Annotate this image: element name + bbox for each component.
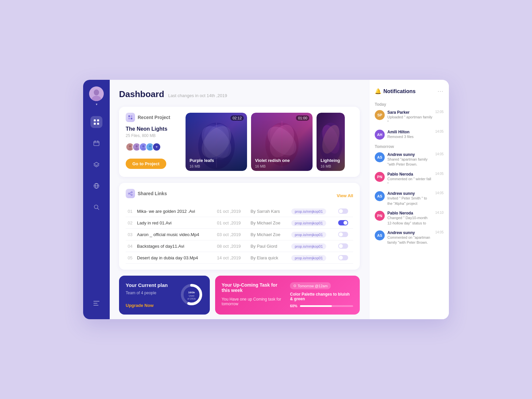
project-name: The Neon Lights <box>126 126 186 132</box>
svg-point-50 <box>128 193 130 194</box>
sidebar-item-calendar[interactable] <box>90 137 102 149</box>
toggle-switch[interactable] <box>338 243 348 249</box>
sidebar-item-search[interactable] <box>90 201 102 213</box>
task-title: Your Up-Coming Task for this week <box>222 282 285 293</box>
notif-time: 14:05 <box>435 152 444 156</box>
media-timer-1: 02:12 <box>230 115 244 121</box>
sidebar-item-globe[interactable] <box>90 180 102 192</box>
avatars-row: + <box>126 143 186 151</box>
media-timer-2: 01:00 <box>296 115 309 121</box>
svg-rect-5 <box>94 123 96 125</box>
media-card-3: Lighteing 16 MB <box>317 113 345 171</box>
svg-point-1 <box>94 89 99 95</box>
svg-rect-17 <box>93 301 99 302</box>
svg-point-52 <box>131 194 132 196</box>
sidebar-item-layers[interactable] <box>90 159 102 171</box>
svg-rect-3 <box>94 119 96 121</box>
media-size-1: 16 MB <box>190 164 200 168</box>
notif-name: Andrew sunny <box>387 230 433 235</box>
notif-item: AS Andrew sunny Invited " Peter Smith " … <box>375 191 444 206</box>
notif-avatar: PN <box>375 211 385 221</box>
notif-name: Andrew sunny <box>387 152 433 157</box>
avatar-add[interactable]: + <box>152 143 161 151</box>
notif-content: Andrew sunny Shared "apartman family "wi… <box>387 152 433 167</box>
row-toggle[interactable] <box>336 252 353 264</box>
row-toggle[interactable] <box>336 217 353 229</box>
notif-header: 🔔 Notifications ··· <box>375 88 444 95</box>
toggle-switch[interactable] <box>338 232 348 237</box>
row-by: By Elara quick <box>249 252 290 264</box>
section-label-shared: Shared Links <box>126 189 167 198</box>
notif-content: Pablo Neroda Commented on " winter fall … <box>387 172 433 187</box>
notif-name: Sara Parker <box>387 110 433 115</box>
row-toggle[interactable] <box>336 205 353 217</box>
notif-avatar: AH <box>375 130 385 140</box>
row-link: prop.io/nmjkop01 <box>289 205 336 217</box>
svg-point-31 <box>142 145 144 148</box>
view-all-button[interactable]: View All <box>337 193 353 198</box>
header-subtitle: Last changes in oct 14th ,2019 <box>168 93 227 98</box>
svg-point-51 <box>131 192 132 193</box>
media-title-1: Purple leafs <box>190 158 214 163</box>
task-change: Color Palette changes to bluish & green <box>290 292 353 301</box>
notif-content: Sara Parker Uploaded " aportman family " <box>387 110 433 125</box>
chevron-down-icon: ▾ <box>96 102 97 106</box>
notif-time: 14:05 <box>435 172 444 176</box>
notif-list: Today SP Sara Parker Uploaded " aportman… <box>375 101 444 250</box>
row-toggle[interactable] <box>336 229 353 240</box>
notif-more-button[interactable]: ··· <box>438 88 444 95</box>
donut-chart: 16Gb Used of 20Gb <box>180 283 203 308</box>
sidebar-item-grid[interactable] <box>90 116 102 128</box>
row-name: Desert day in dubia day 03.Mp4 <box>135 252 215 264</box>
notif-item: AS Andrew sunny Shared "apartman family … <box>375 152 444 167</box>
svg-line-53 <box>130 193 131 193</box>
main-content: Dashboard Last changes in oct 14th ,2019 <box>110 80 369 319</box>
svg-rect-20 <box>128 115 130 117</box>
row-date: 08 oct ,2019 <box>215 240 249 252</box>
notif-item: AS Andrew sunny Commented on "apartman f… <box>375 230 444 245</box>
toggle-switch[interactable] <box>338 220 348 225</box>
svg-rect-4 <box>97 119 99 121</box>
go-to-project-button[interactable]: Go to Project <box>126 159 166 169</box>
row-name: Backstages of day11.Avi <box>135 240 215 252</box>
links-table: 01 Mika- we are golden 2012 .Avi 01 oct … <box>126 205 353 264</box>
recent-project-row: Recent Project The Neon Lights 25 Files,… <box>126 113 353 171</box>
media-size-2: 16 MB <box>255 164 266 168</box>
row-by: By Paul Giord <box>249 240 290 252</box>
notif-text: Removed 3 files <box>387 134 433 139</box>
recent-project-icon <box>126 113 135 122</box>
notif-time: 14:05 <box>435 191 444 195</box>
notif-time: 14:05 <box>435 230 444 234</box>
row-toggle[interactable] <box>336 240 353 252</box>
shared-links-card: Shared Links View All 01 Mika- we are go… <box>119 183 360 270</box>
row-link: prop.io/nmjkop01 <box>289 217 336 229</box>
notif-content: Andrew sunny Commented on "apartman fami… <box>387 230 433 245</box>
row-name: Aaron _ official music video.Mp4 <box>135 229 215 240</box>
plan-card: Your Current plan Team of 4 people Upgra… <box>119 276 210 315</box>
media-size-3: 16 MB <box>321 164 331 168</box>
notif-avatar: AS <box>375 191 385 201</box>
row-link: prop.io/nmjkop01 <box>289 229 336 240</box>
row-num: 01 <box>126 205 135 217</box>
sidebar-item-menu[interactable] <box>90 297 102 309</box>
row-num: 02 <box>126 217 135 229</box>
shared-links-header: Shared Links View All <box>126 189 353 202</box>
toggle-switch[interactable] <box>338 208 348 214</box>
notif-content: Amili Hilton Removed 3 files <box>387 130 433 139</box>
svg-text:of 20Gb: of 20Gb <box>187 298 196 300</box>
media-card-1: 02:12 Purple leafs 16 MB <box>186 113 247 171</box>
table-row: 02 Lady in red 01.Avi 01 oct ,2019 By Mi… <box>126 217 353 229</box>
sidebar: ▾ <box>83 80 110 319</box>
notif-item: AH Amili Hilton Removed 3 files 14:05 <box>375 130 444 140</box>
row-by: By Michael Zoe <box>249 229 290 240</box>
table-row: 04 Backstages of day11.Avi 08 oct ,2019 … <box>126 240 353 252</box>
row-link: prop.io/nmjkop01 <box>289 252 336 264</box>
svg-rect-21 <box>131 115 132 117</box>
progress-bar-wrap: 60% <box>290 304 353 308</box>
row-date: 03 oct ,2019 <box>215 229 249 240</box>
toggle-switch[interactable] <box>338 255 348 260</box>
notif-item: PN Pablo Neroda Changed " Day10-month 12… <box>375 211 444 226</box>
notif-avatar: PN <box>375 172 385 182</box>
avatar[interactable] <box>89 86 104 101</box>
row-name: Lady in red 01.Avi <box>135 217 215 229</box>
